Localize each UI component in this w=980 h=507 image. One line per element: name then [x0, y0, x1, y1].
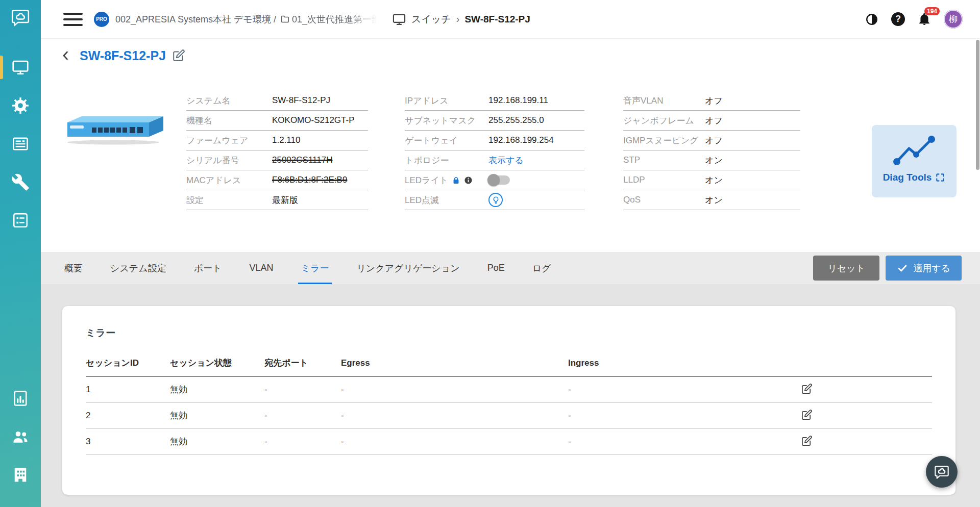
avatar[interactable]: 柳: [944, 10, 963, 29]
info-column-network: IPアドレス 192.168.199.11 サブネットマスク 255.255.2…: [405, 91, 584, 210]
edit-row-button[interactable]: [801, 409, 814, 422]
field-label: ファームウェア: [186, 135, 272, 146]
field-value: オフ: [705, 135, 723, 146]
help-button[interactable]: ?: [891, 12, 905, 26]
hamburger-menu-button[interactable]: [63, 13, 83, 26]
people-icon: [11, 427, 30, 446]
cell-dest-port: -: [264, 376, 341, 402]
field-label: 設定: [186, 194, 272, 206]
sidebar-nav: [0, 48, 41, 239]
table-row: 3 無効 - - -: [86, 428, 932, 454]
mirror-title: ミラー: [86, 326, 932, 340]
field-value: KOKOMO-S212GT-P: [272, 115, 355, 125]
led-blink-button[interactable]: [488, 193, 503, 207]
breadcrumb-separator: ›: [456, 13, 460, 25]
breadcrumb-org[interactable]: 002_APRESIA Systems本社 デモ環境 /: [115, 13, 276, 26]
tab-overview[interactable]: 概要: [64, 252, 83, 284]
monitor-icon: [392, 12, 406, 27]
building-icon: [11, 466, 30, 484]
column-header-actions: [798, 357, 932, 376]
back-button[interactable]: [58, 48, 74, 63]
breadcrumb-device-type[interactable]: スイッチ: [411, 13, 451, 26]
tab-poe[interactable]: PoE: [487, 252, 505, 284]
sidebar-item-assistant[interactable]: [0, 0, 41, 35]
cell-dest-port: -: [264, 428, 341, 454]
field-label: QoS: [623, 195, 705, 205]
diag-tools-card[interactable]: Diag Tools: [872, 125, 957, 197]
edit-row-button[interactable]: [801, 435, 814, 448]
field-value: 最新版: [272, 194, 298, 206]
sidebar-item-reports[interactable]: [0, 379, 41, 417]
support-chat-button[interactable]: [926, 456, 958, 488]
reset-button[interactable]: リセット: [813, 256, 879, 281]
edit-name-icon[interactable]: [172, 49, 185, 62]
content-area: ミラー セッションID セッション状態 宛先ポート Egress Ingress…: [41, 284, 980, 507]
column-header-dest-port: 宛先ポート: [264, 357, 341, 376]
apply-button[interactable]: 適用する: [886, 256, 962, 281]
info-row-config: 設定 最新版: [186, 190, 368, 210]
sidebar-item-news[interactable]: [0, 124, 41, 163]
table-header-row: セッションID セッション状態 宛先ポート Egress Ingress: [86, 357, 932, 376]
info-row-serial: シリアル番号 25002CS1117H: [186, 150, 368, 170]
tab-vlan[interactable]: VLAN: [250, 252, 274, 284]
field-value: 192.168.199.254: [488, 135, 554, 145]
field-label: IGMPスヌーピング: [623, 135, 705, 146]
scrollbar-thumb[interactable]: [976, 40, 979, 170]
led-light-toggle[interactable]: [488, 175, 510, 185]
folder-icon: [280, 14, 290, 24]
sidebar-bottom-nav: [0, 379, 41, 494]
info-row-jumbo-frame: ジャンボフレーム オフ: [623, 111, 800, 131]
sidebar-item-switches[interactable]: [0, 48, 41, 86]
info-row-topology: トポロジー 表示する: [405, 150, 584, 170]
info-row-subnet: サブネットマスク 255.255.255.0: [405, 111, 584, 131]
sidebar-item-organization[interactable]: [0, 455, 41, 494]
report-chart-icon: [11, 389, 30, 408]
device-image: [62, 113, 166, 146]
cell-ingress: -: [568, 402, 798, 428]
check-icon: [897, 263, 908, 274]
notifications-button[interactable]: 194: [917, 12, 932, 27]
apply-button-label: 適用する: [913, 262, 950, 274]
edit-row-button[interactable]: [801, 383, 814, 396]
lightbulb-icon: [492, 196, 500, 205]
field-value: オフ: [705, 115, 723, 126]
breadcrumb: 002_APRESIA Systems本社 デモ環境 / 01_次世代推進第一部: [115, 13, 379, 26]
info-row-led-light: LEDライト: [405, 170, 584, 190]
breadcrumb-device: スイッチ › SW-8F-S12-PJ: [392, 12, 530, 27]
field-value: オン: [705, 155, 723, 166]
field-value-redacted: F8:6B:D1:8F:2E:B9: [272, 175, 347, 185]
tab-link-aggregation[interactable]: リンクアグリゲーション: [356, 252, 459, 284]
cell-session-state: 無効: [170, 402, 264, 428]
tab-ports[interactable]: ポート: [194, 252, 222, 284]
edit-icon: [801, 435, 813, 447]
avatar-label: 柳: [949, 13, 958, 25]
info-icon[interactable]: [464, 176, 473, 185]
field-label: 機種名: [186, 115, 272, 126]
sidebar-item-inventory[interactable]: [0, 201, 41, 239]
info-row-qos: QoS オン: [623, 190, 800, 210]
sidebar-item-users[interactable]: [0, 417, 41, 455]
tab-mirror[interactable]: ミラー: [301, 252, 329, 284]
contrast-toggle-button[interactable]: [865, 12, 879, 27]
info-row-led-blink: LED点滅: [405, 190, 584, 210]
field-value: 255.255.255.0: [488, 115, 544, 125]
cell-dest-port: -: [264, 402, 341, 428]
field-label: LEDライト: [405, 174, 488, 186]
page-title: SW-8F-S12-PJ: [80, 48, 166, 63]
topology-show-link[interactable]: 表示する: [488, 155, 524, 166]
field-label: ジャンボフレーム: [623, 115, 705, 126]
field-label: システム名: [186, 95, 272, 107]
tab-log[interactable]: ログ: [532, 252, 551, 284]
breadcrumb-folder[interactable]: 01_次世代推進第一部: [280, 13, 379, 26]
gear-icon: [11, 96, 30, 115]
sidebar-item-settings[interactable]: [0, 86, 41, 124]
column-header-session-state: セッション状態: [170, 357, 264, 376]
tabs: 概要 システム設定 ポート VLAN ミラー リンクアグリゲーション PoE ロ…: [64, 252, 551, 284]
sidebar-item-tools[interactable]: [0, 163, 41, 201]
info-row-stp: STP オン: [623, 150, 800, 170]
tab-system-settings[interactable]: システム設定: [110, 252, 166, 284]
cell-ingress: -: [568, 376, 798, 402]
page-title-row: SW-8F-S12-PJ: [58, 48, 185, 63]
toggle-knob: [487, 174, 500, 186]
help-icon: ?: [895, 14, 901, 24]
